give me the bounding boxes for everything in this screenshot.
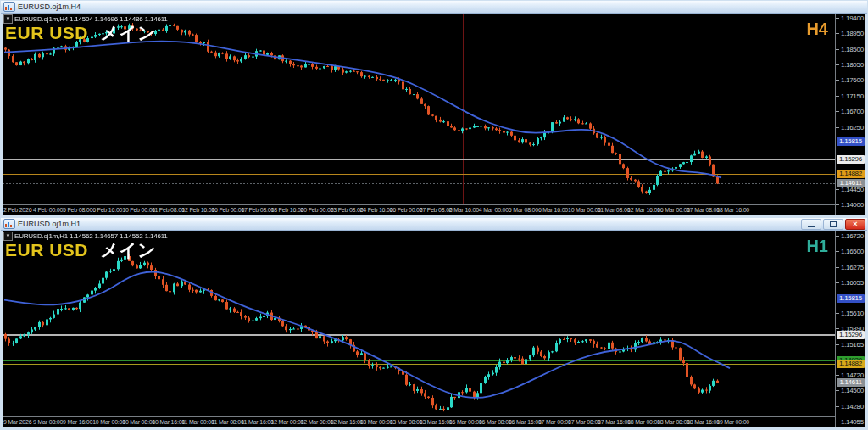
- price-tick-label: 1.16055: [836, 279, 864, 287]
- price-tick-label: 1.14500: [836, 387, 864, 394]
- price-tick-label: 1.15165: [836, 341, 864, 349]
- time-tick-label: 11 Mar 08:00: [598, 207, 630, 213]
- chart-icon: [3, 219, 15, 229]
- time-tick-label: 18 Mar 16:00: [687, 419, 720, 425]
- time-tick-label: 11 Feb 08:00: [152, 207, 184, 213]
- h4-time-axis: 2 Feb 20264 Feb 00:005 Feb 08:006 Feb 16…: [3, 204, 835, 215]
- window-title: EURUSD.oj1m,H1: [18, 220, 81, 228]
- time-tick-label: 11 Mar 08:00: [211, 419, 243, 425]
- symbol-name-label: EUR USD: [5, 23, 88, 42]
- time-tick-label: 4 Mar 00:00: [479, 207, 509, 213]
- minimize-button[interactable]: [801, 219, 821, 230]
- time-tick-label: 26 Feb 00:00: [390, 207, 423, 213]
- price-tick-label: 1.19400: [836, 14, 864, 22]
- chart-icon: [3, 2, 15, 12]
- time-tick-label: 17 Mar 08:00: [568, 419, 601, 425]
- price-level-chip: 1.14611: [837, 179, 865, 187]
- time-tick-label: 12 Mar 00:00: [270, 419, 303, 425]
- h1-time-axis: 9 Mar 20269 Mar 08:009 Mar 16:0010 Mar 0…: [3, 416, 835, 427]
- symbol-overlay: EUR USD メイン: [5, 238, 156, 262]
- price-level-chip: 1.14611: [837, 378, 865, 387]
- price-tick-label: 1.18950: [836, 30, 864, 37]
- h4-price-axis: 1.194001.189501.185001.180501.176001.171…: [835, 14, 865, 215]
- time-tick-label: 17 Mar 16:00: [598, 419, 631, 425]
- price-tick-label: 1.14000: [836, 201, 864, 209]
- price-level-chip: 1.15815: [837, 137, 865, 146]
- time-tick-label: 2 Feb 2026: [3, 207, 31, 213]
- close-button[interactable]: ×: [845, 219, 865, 230]
- price-level-chip: 1.15296: [837, 155, 865, 164]
- price-tick-label: 1.16275: [836, 264, 864, 271]
- price-tick-label: 1.15610: [836, 310, 864, 317]
- time-tick-label: 9 Mar 2026: [3, 419, 31, 425]
- price-tick-label: 1.17150: [836, 92, 864, 100]
- price-tick-label: 1.17600: [836, 76, 864, 84]
- time-tick-label: 17 Mar 00:00: [538, 419, 571, 425]
- time-tick-label: 9 Mar 08:00: [33, 419, 63, 425]
- time-tick-label: 5 Mar 08:00: [509, 207, 538, 213]
- time-tick-label: 16 Feb 00:00: [211, 207, 244, 213]
- time-tick-label: 17 Mar 08:00: [687, 207, 720, 213]
- time-tick-label: 13 Mar 00:00: [360, 419, 393, 425]
- time-tick-label: 18 Mar 16:00: [716, 207, 749, 213]
- h1-price-axis: 1.167201.165001.162751.160551.156101.153…: [835, 231, 865, 427]
- time-tick-label: 5 Feb 08:00: [63, 207, 92, 213]
- price-level-chip: 1.15296: [837, 331, 865, 339]
- price-level-chip: 1.15815: [837, 294, 865, 303]
- time-tick-label: 6 Feb 16:00: [92, 207, 122, 213]
- symbol-note-label: メイン: [100, 23, 156, 42]
- time-tick-label: 11 Mar 16:00: [241, 419, 273, 425]
- time-tick-label: 19 Mar 00:00: [716, 419, 749, 425]
- time-tick-label: 16 Mar 00:00: [657, 207, 690, 213]
- time-tick-label: 2 Mar 16:00: [449, 207, 479, 213]
- window-titlebar[interactable]: EURUSD.oj1m,H1 ×: [1, 218, 867, 231]
- restore-button[interactable]: [823, 219, 843, 230]
- time-tick-label: 10 Mar 08:00: [122, 419, 155, 425]
- time-tick-label: 24 Feb 16:00: [360, 207, 393, 213]
- time-tick-label: 4 Feb 00:00: [33, 207, 63, 213]
- time-tick-label: 10 Mar 00:00: [92, 419, 125, 425]
- h4-chart-area: ▼ EURUSD.oj1m,H4 1.14504 1.14696 1.14486…: [3, 14, 865, 215]
- time-tick-label: 12 Mar 08:00: [301, 419, 334, 425]
- price-tick-label: 1.18050: [836, 61, 864, 69]
- timeframe-label: H1: [806, 237, 828, 256]
- window-titlebar[interactable]: EURUSD.oj1m,H4: [1, 1, 867, 14]
- h1-chart-area: ▼ EURUSD.oj1m,H1 1.14562 1.14657 1.14552…: [3, 231, 865, 427]
- time-tick-label: 16 Mar 16:00: [509, 419, 542, 425]
- time-tick-label: 12 Mar 16:00: [627, 207, 660, 213]
- symbol-note-label: メイン: [100, 240, 156, 260]
- time-tick-label: 20 Feb 00:00: [301, 207, 334, 213]
- time-tick-label: 10 Mar 00:00: [568, 207, 601, 213]
- time-tick-label: 12 Feb 16:00: [181, 207, 214, 213]
- timeframe-label: H4: [806, 20, 828, 39]
- price-tick-label: 1.14280: [836, 403, 864, 410]
- time-tick-label: 16 Mar 00:00: [449, 419, 482, 425]
- window-title: EURUSD.oj1m,H4: [18, 3, 81, 11]
- time-tick-label: 13 Mar 08:00: [390, 419, 423, 425]
- price-tick-label: 1.14055: [836, 418, 864, 426]
- time-tick-label: 13 Mar 16:00: [420, 419, 453, 425]
- time-tick-label: 6 Mar 16:00: [538, 207, 568, 213]
- price-level-chip: 1.14882: [837, 360, 865, 368]
- symbol-name-label: EUR USD: [5, 240, 88, 260]
- time-tick-label: 18 Mar 08:00: [657, 419, 690, 425]
- chart-window-h4: EURUSD.oj1m,H4 ▼ EURUSD.oj1m,H4 1.14504 …: [1, 1, 867, 216]
- time-tick-label: 9 Mar 16:00: [63, 419, 92, 425]
- price-tick-label: 1.18500: [836, 46, 864, 53]
- time-tick-label: 18 Mar 00:00: [627, 419, 660, 425]
- time-tick-label: 12 Mar 16:00: [331, 419, 364, 425]
- price-tick-label: 1.16250: [836, 124, 864, 131]
- symbol-overlay: EUR USD メイン: [5, 21, 156, 45]
- price-tick-label: 1.16500: [836, 248, 864, 255]
- chart-window-h1: EURUSD.oj1m,H1 × ▼ EURUSD.oj1m,H1 1.1456…: [1, 218, 867, 428]
- time-tick-label: 23 Feb 08:00: [331, 207, 364, 213]
- price-tick-label: 1.16720: [836, 232, 864, 240]
- time-tick-label: 10 Feb 00:00: [122, 207, 155, 213]
- time-tick-label: 16 Mar 08:00: [479, 419, 512, 425]
- time-tick-label: 17 Feb 08:00: [241, 207, 274, 213]
- time-tick-label: 10 Mar 16:00: [152, 419, 185, 425]
- time-tick-label: 27 Feb 08:00: [420, 207, 453, 213]
- time-tick-label: 11 Mar 00:00: [181, 419, 214, 425]
- time-tick-label: 18 Feb 16:00: [270, 207, 303, 213]
- price-level-chip: 1.14882: [837, 170, 865, 178]
